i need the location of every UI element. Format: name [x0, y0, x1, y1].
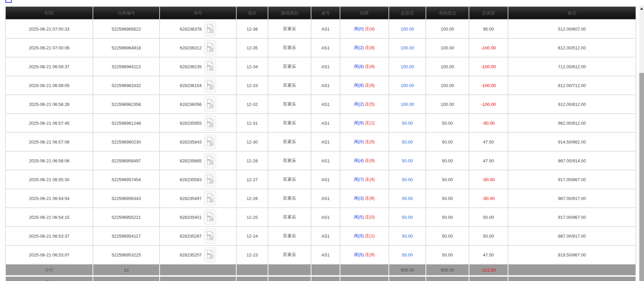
total-bet-link[interactable]: 50.00 — [402, 139, 413, 145]
total-bet-link[interactable]: 100.00 — [401, 102, 414, 107]
round-number: 628236312 — [180, 45, 202, 50]
video-replay-button[interactable] — [204, 21, 216, 37]
cell-remark: 917.00/967.00 — [508, 208, 636, 227]
total-bet-link[interactable]: 100.00 — [401, 64, 414, 69]
cell-bet-id: 522596956343 — [93, 189, 160, 208]
video-replay-button[interactable] — [204, 134, 216, 150]
cell-time: 2025-06-21 07:00:33 — [5, 19, 93, 38]
video-replay-button[interactable] — [204, 153, 216, 168]
total-count: 13 — [93, 276, 160, 281]
header-table-no: 桌号 — [311, 6, 340, 19]
video-replay-button[interactable] — [204, 191, 216, 206]
total-bet-link[interactable]: 50.00 — [402, 215, 413, 220]
partial-top-control[interactable] — [5, 0, 12, 3]
total-bet-link[interactable]: 50.00 — [402, 196, 413, 201]
table-footer: 小计 13 900.00 900.00 -212.50 总计 13 900.00… — [5, 264, 636, 281]
result-banker: 庄(8) — [365, 45, 375, 50]
cell-total-bet: 100.00 — [389, 76, 426, 95]
cell-session: 12-25 — [236, 208, 268, 227]
cell-round: 628236235 — [160, 57, 236, 76]
cell-time: 2025-06-21 06:54:54 — [5, 189, 93, 208]
total-bet-link[interactable]: 50.00 — [402, 158, 413, 163]
cell-total-bet: 50.00 — [389, 114, 426, 132]
cell-remark: 912.00/812.00 — [508, 95, 636, 114]
cell-bet-id: 522596961248 — [93, 114, 160, 132]
cell-table-no: AS1 — [311, 19, 340, 38]
cell-round: 628235685 — [160, 151, 236, 170]
result-banker: 庄(4) — [365, 177, 375, 182]
cell-remark: 512.00/607.00 — [508, 19, 636, 38]
cell-session: 12-33 — [236, 76, 268, 95]
total-bet-link[interactable]: 50.00 — [402, 177, 413, 182]
cell-bet-id: 522596960230 — [93, 132, 160, 151]
result-player: 闲(9) — [354, 120, 364, 125]
video-replay-button[interactable] — [204, 96, 216, 112]
round-number: 628235497 — [180, 196, 202, 201]
total-bet-link[interactable]: 50.00 — [402, 121, 413, 126]
video-icon — [206, 212, 214, 223]
cell-table-no: AS1 — [311, 170, 340, 189]
total-bet-link[interactable]: 100.00 — [401, 45, 414, 50]
cell-session: 12-30 — [236, 132, 268, 151]
cell-game-type: 百家乐 — [268, 38, 311, 57]
video-replay-button[interactable] — [204, 78, 216, 93]
total-bet-link[interactable]: 50.00 — [402, 252, 413, 257]
video-replay-button[interactable] — [204, 247, 216, 263]
total-bet-link[interactable]: 50.00 — [402, 234, 413, 239]
result-player: 闲(2) — [354, 102, 364, 107]
total-valid-bet: 900.00 — [426, 276, 469, 281]
video-icon — [206, 99, 214, 110]
result-banker: 庄(1) — [365, 120, 375, 125]
cell-remark: 712.00/612.00 — [508, 57, 636, 76]
cell-valid-bet: 50.00 — [426, 189, 469, 208]
result-banker: 庄(6) — [365, 64, 375, 69]
video-replay-button[interactable] — [204, 228, 216, 244]
cell-round: 628235401 — [160, 208, 236, 227]
video-replay-button[interactable] — [204, 209, 216, 225]
cell-game-type: 百家乐 — [268, 132, 311, 151]
cell-result: 闲(0) 庄(5) — [340, 132, 389, 151]
cell-valid-bet: 100.00 — [426, 95, 469, 114]
cell-remark: 962.00/912.00 — [508, 114, 636, 132]
cell-remark: 612.00/512.00 — [508, 38, 636, 57]
video-icon — [206, 137, 214, 147]
cell-payout: 50.00 — [469, 208, 508, 227]
total-bet-link[interactable]: 100.00 — [401, 83, 414, 88]
subtotal-count: 13 — [93, 264, 160, 276]
cell-remark: 967.00/917.00 — [508, 189, 636, 208]
cell-remark: 917.00/867.00 — [508, 170, 636, 189]
total-bet-link[interactable]: 100.00 — [401, 27, 414, 32]
result-player: 闲(5) — [354, 233, 364, 238]
up-arrow-icon[interactable] — [640, 7, 643, 10]
result-player: 闲(0) — [354, 26, 364, 31]
result-banker: 庄(9) — [365, 252, 375, 257]
video-replay-button[interactable] — [204, 59, 216, 74]
video-replay-button[interactable] — [204, 40, 216, 55]
cell-round: 628236154 — [160, 76, 236, 95]
cell-bet-id: 522596962356 — [93, 95, 160, 114]
cell-round: 628236312 — [160, 38, 236, 57]
video-replay-button[interactable] — [204, 115, 216, 131]
cell-game-type: 百家乐 — [268, 76, 311, 95]
result-banker: 庄(5) — [365, 139, 375, 144]
video-replay-button[interactable] — [204, 172, 216, 187]
result-player: 闲(8) — [354, 83, 364, 88]
table-row: 2025-06-21 06:59:37 522596964113 6282362… — [5, 57, 636, 76]
video-icon — [206, 231, 214, 241]
cell-payout: 47.50 — [469, 132, 508, 151]
cell-result: 闲(0) 庄(4) — [340, 19, 389, 38]
vertical-scrollbar[interactable] — [639, 5, 644, 281]
table-row: 2025-06-21 06:53:07 522596953225 6282352… — [5, 245, 636, 264]
table-body: 2025-06-21 07:00:33 522596965622 6282363… — [5, 19, 636, 264]
cell-result: 闲(5) 庄(1) — [340, 227, 389, 245]
cell-total-bet: 100.00 — [389, 95, 426, 114]
subtotal-payout: -212.50 — [469, 264, 508, 276]
cell-time: 2025-06-21 06:55:30 — [5, 170, 93, 189]
subtotal-valid-bet: 900.00 — [426, 264, 469, 276]
header-total-bet: 总投注 — [389, 6, 426, 19]
cell-time: 2025-06-21 06:59:37 — [5, 57, 93, 76]
cell-total-bet: 100.00 — [389, 57, 426, 76]
cell-table-no: AS1 — [311, 57, 340, 76]
scrollbar-thumb[interactable] — [639, 73, 644, 281]
cell-time: 2025-06-21 06:53:07 — [5, 245, 93, 264]
